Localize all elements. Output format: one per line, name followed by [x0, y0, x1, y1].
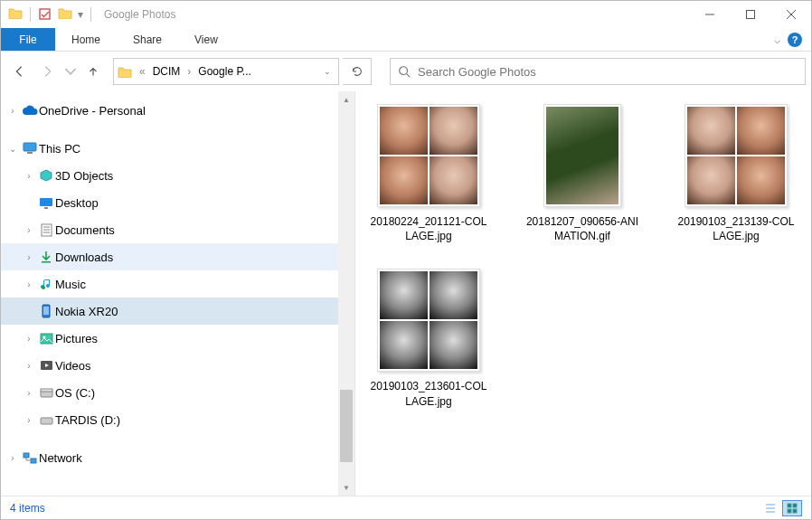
pictures-icon	[37, 333, 55, 345]
tree-label: Pictures	[55, 332, 98, 345]
nav-recent-dropdown[interactable]	[64, 59, 77, 84]
chevron-down-icon[interactable]: ⌄	[5, 144, 21, 154]
nav-forward-button[interactable]	[35, 59, 61, 84]
desktop-icon	[37, 197, 55, 209]
scroll-down-icon[interactable]: ▼	[338, 479, 354, 496]
svg-rect-7	[24, 143, 36, 151]
cloud-icon	[21, 105, 39, 116]
tree-label: Desktop	[55, 196, 99, 210]
chevron-right-icon[interactable]: ›	[5, 453, 21, 463]
pc-icon	[21, 142, 39, 155]
chevron-right-icon[interactable]: ›	[21, 225, 37, 235]
nav-scrollbar[interactable]: ▲ ▼	[338, 91, 354, 496]
svg-rect-19	[41, 334, 52, 344]
svg-line-6	[407, 74, 411, 78]
svg-rect-32	[788, 509, 791, 513]
navigation-pane: › OneDrive - Personal ⌄ This PC › 3D Obj…	[1, 91, 355, 496]
quick-access-toolbar: ▾ Google Photos	[8, 7, 175, 22]
status-bar: 4 items	[1, 496, 811, 519]
svg-rect-18	[43, 307, 49, 315]
svg-rect-15	[42, 261, 51, 263]
tree-tardis-d[interactable]: › TARDIS (D:)	[1, 406, 338, 433]
qa-folder-icon[interactable]	[58, 7, 72, 22]
ribbon-file-tab[interactable]: File	[1, 28, 55, 51]
tree-documents[interactable]: › Documents	[1, 216, 338, 243]
ribbon-tab-home[interactable]: Home	[55, 28, 117, 51]
file-item[interactable]: 20190103_213139-COLLAGE.jpg	[675, 104, 797, 243]
title-bar: ▾ Google Photos	[1, 1, 811, 28]
chevron-right-icon[interactable]: ›	[21, 334, 37, 344]
file-item[interactable]: 20190103_213601-COLLAGE.jpg	[368, 269, 489, 408]
tree-label: OS (C:)	[55, 386, 95, 400]
search-icon	[398, 65, 411, 78]
file-name: 20181207_090656-ANIMATION.gif	[522, 214, 643, 243]
tree-label: TARDIS (D:)	[55, 413, 120, 427]
tree-network[interactable]: › Network	[1, 444, 338, 471]
items-view[interactable]: 20180224_201121-COLLAGE.jpg 20181207_090…	[355, 91, 811, 496]
svg-rect-30	[788, 504, 791, 507]
maximize-button[interactable]	[730, 1, 770, 28]
tree-label: This PC	[39, 142, 80, 156]
qa-dropdown-icon[interactable]: ▾	[78, 8, 83, 21]
thumbnail	[377, 269, 480, 372]
ribbon: File Home Share View ⌵ ?	[1, 28, 811, 52]
thumbnail	[377, 104, 480, 207]
tree-label: Downloads	[55, 251, 113, 264]
qa-properties-icon[interactable]	[38, 7, 52, 22]
scroll-up-icon[interactable]: ▲	[338, 91, 354, 108]
tree-downloads[interactable]: › Downloads	[1, 243, 338, 270]
status-item-count: 4 items	[10, 502, 45, 515]
svg-rect-0	[40, 9, 50, 19]
svg-rect-24	[41, 418, 52, 424]
refresh-button[interactable]	[343, 58, 372, 85]
chevron-right-icon[interactable]: ›	[21, 252, 37, 262]
tree-pictures[interactable]: › Pictures	[1, 325, 338, 352]
search-input[interactable]	[418, 65, 798, 79]
tree-onedrive[interactable]: › OneDrive - Personal	[1, 97, 338, 124]
chevron-right-icon[interactable]: ›	[21, 415, 37, 425]
cube-icon	[37, 169, 55, 182]
file-item[interactable]: 20181207_090656-ANIMATION.gif	[522, 104, 643, 243]
window-title: Google Photos	[104, 8, 175, 21]
svg-point-5	[400, 67, 408, 75]
chevron-right-icon[interactable]: ›	[21, 171, 37, 181]
breadcrumb-seg-1[interactable]: Google P...	[193, 59, 257, 84]
breadcrumb-seg-0[interactable]: DCIM	[147, 59, 186, 84]
view-details-button[interactable]	[760, 500, 780, 516]
file-item[interactable]: 20180224_201121-COLLAGE.jpg	[368, 104, 489, 243]
nav-up-button[interactable]	[80, 59, 106, 84]
ribbon-tab-share[interactable]: Share	[117, 28, 178, 51]
tree-thispc[interactable]: ⌄ This PC	[1, 135, 338, 162]
tree-label: Nokia XR20	[55, 305, 118, 318]
tree-desktop[interactable]: Desktop	[1, 189, 338, 216]
close-button[interactable]	[770, 1, 811, 28]
chevron-right-icon[interactable]: ›	[5, 106, 21, 116]
ribbon-tab-view[interactable]: View	[178, 28, 234, 51]
folder-icon	[8, 7, 23, 22]
music-icon	[37, 278, 55, 290]
scroll-thumb[interactable]	[340, 390, 353, 462]
chevron-right-icon[interactable]: ›	[21, 279, 37, 289]
tree-3dobjects[interactable]: › 3D Objects	[1, 162, 338, 189]
ribbon-collapse-icon[interactable]: ⌵	[774, 33, 780, 46]
tree-os-c[interactable]: › OS (C:)	[1, 379, 338, 406]
chevron-right-icon[interactable]: ›	[21, 361, 37, 371]
tree-label: OneDrive - Personal	[39, 104, 146, 118]
nav-back-button[interactable]	[6, 59, 32, 84]
thumbnail	[685, 104, 788, 207]
svg-rect-8	[27, 152, 33, 154]
breadcrumb-root-icon[interactable]	[114, 59, 137, 84]
breadcrumb-prefix-chevron[interactable]: «	[137, 65, 147, 78]
address-dropdown[interactable]: ⌄	[316, 67, 338, 76]
view-thumbnails-button[interactable]	[782, 500, 802, 516]
tree-videos[interactable]: › Videos	[1, 352, 338, 379]
search-box[interactable]	[390, 58, 806, 85]
minimize-button[interactable]	[689, 1, 730, 28]
help-icon[interactable]: ?	[788, 33, 802, 47]
chevron-right-icon[interactable]: ›	[21, 388, 37, 398]
file-name: 20190103_213601-COLLAGE.jpg	[368, 379, 489, 408]
address-bar[interactable]: « DCIM › Google P... ⌄	[113, 58, 339, 85]
tree-nokia-xr20[interactable]: Nokia XR20	[1, 298, 338, 325]
tree-music[interactable]: › Music	[1, 270, 338, 298]
videos-icon	[37, 360, 55, 371]
